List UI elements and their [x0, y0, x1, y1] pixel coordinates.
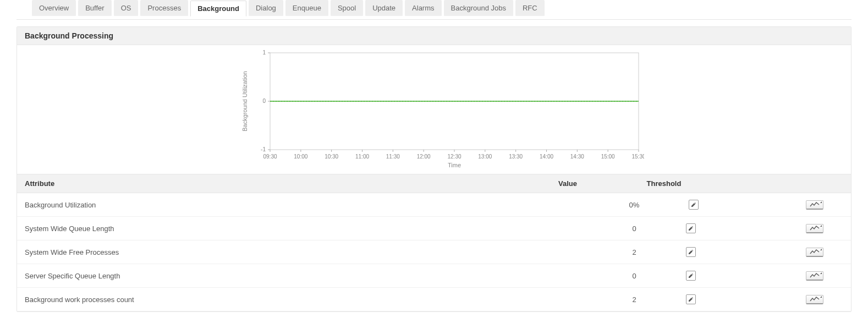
tab-background[interactable]: Background: [190, 1, 246, 17]
tab-os[interactable]: OS: [114, 0, 139, 16]
value-cell: [532, 264, 603, 288]
svg-text:10:00: 10:00: [294, 154, 307, 160]
threshold-value: 2: [632, 295, 636, 304]
edit-threshold-icon[interactable]: [686, 223, 696, 233]
view-chart-button[interactable]: [806, 295, 823, 304]
panel-title: Background Processing: [17, 27, 851, 45]
edit-threshold-icon[interactable]: [689, 200, 699, 210]
svg-text:13:00: 13:00: [478, 154, 492, 160]
svg-text:09:30: 09:30: [263, 154, 277, 160]
value-cell: [532, 217, 603, 240]
actions-cell: [724, 288, 851, 311]
view-chart-button[interactable]: [806, 271, 823, 281]
col-value-header: Value: [532, 174, 603, 193]
svg-text:13:30: 13:30: [509, 154, 523, 160]
svg-text:Time: Time: [448, 162, 461, 168]
svg-text:Background Utilization: Background Utilization: [241, 71, 248, 131]
threshold-cell: 0: [603, 217, 724, 240]
svg-text:12:00: 12:00: [417, 154, 431, 160]
threshold-value: 0: [632, 225, 636, 233]
table-row: System Wide Queue Length0: [17, 217, 851, 240]
threshold-value: 0: [632, 272, 636, 280]
table-row: Background work processes count2: [17, 288, 851, 311]
svg-text:12:30: 12:30: [447, 154, 461, 160]
threshold-cell: 0%: [603, 193, 724, 217]
svg-text:0: 0: [262, 98, 266, 104]
attributes-table: Attribute Value Threshold Background Uti…: [17, 174, 851, 311]
svg-text:1: 1: [262, 50, 266, 56]
value-cell: [532, 240, 603, 264]
col-threshold-header: Threshold: [603, 174, 724, 193]
tabs: OverviewBufferOSProcessesBackgroundDialo…: [17, 0, 851, 20]
tab-spool[interactable]: Spool: [331, 0, 363, 16]
background-utilization-chart: -10109:3010:0010:3011:0011:3012:0012:301…: [17, 45, 851, 174]
tab-buffer[interactable]: Buffer: [78, 0, 111, 16]
threshold-cell: 2: [603, 240, 724, 264]
value-cell: [532, 288, 603, 311]
edit-threshold-icon[interactable]: [686, 294, 696, 304]
view-chart-button[interactable]: [806, 248, 823, 257]
actions-cell: [724, 217, 851, 240]
threshold-value: 2: [632, 248, 636, 256]
value-cell: [532, 193, 603, 217]
edit-threshold-icon[interactable]: [686, 247, 696, 257]
tab-update[interactable]: Update: [365, 0, 403, 16]
attribute-label: System Wide Queue Length: [17, 217, 532, 240]
tab-alarms[interactable]: Alarms: [405, 0, 441, 16]
threshold-value: 0%: [629, 201, 640, 209]
svg-text:11:00: 11:00: [355, 154, 369, 160]
svg-text:-1: -1: [261, 146, 266, 152]
view-chart-button[interactable]: [806, 200, 823, 210]
attribute-label: Server Specific Queue Length: [17, 264, 532, 288]
col-actions-header: [724, 174, 851, 193]
svg-text:15:00: 15:00: [601, 154, 615, 160]
actions-cell: [724, 240, 851, 264]
tab-background-jobs[interactable]: Background Jobs: [444, 0, 513, 16]
view-chart-button[interactable]: [806, 224, 823, 233]
tab-rfc[interactable]: RFC: [515, 0, 545, 16]
svg-text:11:30: 11:30: [386, 154, 400, 160]
svg-text:14:30: 14:30: [570, 154, 584, 160]
col-attribute-header: Attribute: [17, 174, 532, 193]
threshold-cell: 0: [603, 264, 724, 288]
edit-threshold-icon[interactable]: [686, 271, 696, 281]
tab-processes[interactable]: Processes: [140, 0, 188, 16]
attribute-label: Background work processes count: [17, 288, 532, 311]
chart-svg: -10109:3010:0010:3011:0011:3012:0012:301…: [237, 48, 644, 169]
table-row: Server Specific Queue Length0: [17, 264, 851, 288]
attribute-label: Background Utilization: [17, 193, 532, 217]
svg-text:14:00: 14:00: [540, 154, 553, 160]
attribute-label: System Wide Free Processes: [17, 240, 532, 264]
actions-cell: [724, 264, 851, 288]
table-row: System Wide Free Processes2: [17, 240, 851, 264]
background-panel: Background Processing -10109:3010:0010:3…: [17, 26, 851, 312]
tab-dialog[interactable]: Dialog: [249, 0, 283, 16]
actions-cell: [724, 193, 851, 217]
svg-text:10:30: 10:30: [325, 154, 338, 160]
threshold-cell: 2: [603, 288, 724, 311]
table-row: Background Utilization0%: [17, 193, 851, 217]
svg-text:15:30: 15:30: [631, 154, 644, 160]
tab-enqueue[interactable]: Enqueue: [285, 0, 328, 16]
tab-overview[interactable]: Overview: [32, 0, 76, 16]
